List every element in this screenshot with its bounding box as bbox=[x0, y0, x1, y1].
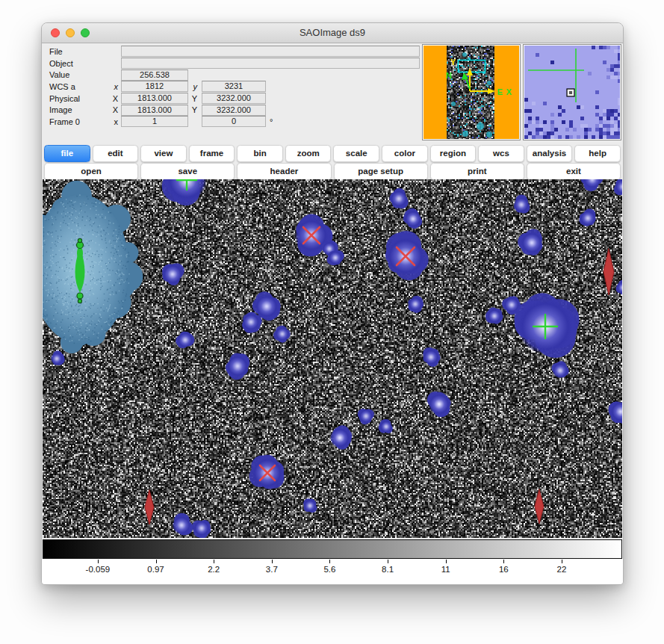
value-field: 256.538 bbox=[121, 69, 188, 81]
physical-x-key: X bbox=[109, 94, 118, 103]
colorbar-tick bbox=[562, 560, 562, 563]
info-panel: File Object Value 256.538 WCS a x bbox=[42, 43, 623, 144]
colorbar-tick bbox=[272, 560, 273, 563]
physical-label: Physical bbox=[49, 94, 109, 103]
minimize-button[interactable] bbox=[66, 28, 75, 37]
magnifier-box bbox=[523, 44, 621, 140]
value-label: Value bbox=[49, 70, 109, 79]
physical-y-field: 3232.000 bbox=[202, 93, 266, 104]
menu-button-bin[interactable]: bin bbox=[237, 145, 283, 162]
image-display bbox=[43, 179, 622, 538]
image-y-field: 3232.000 bbox=[202, 105, 266, 116]
titlebar[interactable]: SAOImage ds9 bbox=[42, 23, 623, 43]
menu-button-region[interactable]: region bbox=[430, 145, 477, 162]
menu-button-save[interactable]: save bbox=[140, 163, 235, 180]
colorbar-tick bbox=[388, 560, 388, 563]
close-button[interactable] bbox=[51, 28, 60, 37]
frame-label: Frame 0 bbox=[49, 117, 109, 126]
colorbar-tick-label: 3.7 bbox=[266, 565, 278, 574]
menu-button-zoom[interactable]: zoom bbox=[285, 145, 332, 162]
menu-button-edit[interactable]: edit bbox=[93, 145, 139, 162]
colorbar-tick-label: 11 bbox=[441, 565, 450, 574]
colorbar-tick-label: 0.97 bbox=[147, 565, 164, 574]
degree-suffix: ° bbox=[270, 117, 273, 126]
colorbar-tick-label: -0.059 bbox=[86, 565, 111, 574]
window-title: SAOImage ds9 bbox=[42, 23, 623, 43]
frame-x-key: x bbox=[109, 117, 118, 126]
file-label: File bbox=[49, 47, 109, 56]
colorbar-tick bbox=[329, 560, 330, 563]
menu-button-view[interactable]: view bbox=[140, 145, 187, 162]
colorbar-tick-label: 8.1 bbox=[382, 565, 394, 574]
menu-button-analysis[interactable]: analysis bbox=[527, 145, 573, 162]
menu-button-exit[interactable]: exit bbox=[527, 163, 621, 180]
panner-canvas[interactable] bbox=[423, 46, 519, 139]
object-field bbox=[121, 58, 420, 69]
ds9-window: SAOImage ds9 File Object Value 256.538 bbox=[41, 22, 624, 585]
menu-button-file[interactable]: file bbox=[44, 145, 90, 162]
traffic-lights bbox=[51, 28, 90, 37]
image-x-field: 1813.000 bbox=[121, 105, 188, 116]
menu-button-open[interactable]: open bbox=[44, 163, 138, 180]
image-y-key: Y bbox=[188, 105, 197, 114]
menu-button-page-setup[interactable]: page setup bbox=[334, 163, 428, 180]
file-action-bar: opensaveheaderpage setupprintexit bbox=[42, 163, 623, 180]
colorbar-tick bbox=[98, 560, 99, 563]
menu-button-scale[interactable]: scale bbox=[333, 145, 379, 162]
colorbar-tick bbox=[214, 560, 214, 563]
menu-button-help[interactable]: help bbox=[574, 145, 621, 162]
menu-button-color[interactable]: color bbox=[382, 145, 428, 162]
colorbar-tick-label: 22 bbox=[557, 565, 567, 574]
frame-zoom-field: 1 bbox=[121, 116, 188, 127]
menu-button-header[interactable]: header bbox=[237, 163, 331, 180]
object-label: Object bbox=[49, 59, 109, 68]
colorbar-tick-label: 5.6 bbox=[323, 565, 335, 574]
image-label: Image bbox=[49, 105, 109, 114]
magnifier-canvas[interactable] bbox=[524, 46, 620, 139]
menu-button-wcs[interactable]: wcs bbox=[478, 145, 524, 162]
menu-button-print[interactable]: print bbox=[430, 163, 524, 180]
sky-canvas[interactable] bbox=[43, 179, 622, 538]
wcs-y-key: y bbox=[188, 82, 197, 91]
colorbar-tick bbox=[446, 560, 447, 563]
wcs-x-key: x bbox=[109, 82, 118, 91]
wcs-y-field: 3231 bbox=[202, 81, 266, 92]
physical-y-key: Y bbox=[188, 94, 197, 103]
colorbar-tick bbox=[503, 560, 504, 563]
menu-button-frame[interactable]: frame bbox=[189, 145, 235, 162]
wcs-label: WCS a bbox=[49, 82, 109, 91]
colorbar-tick-label: 16 bbox=[499, 565, 509, 574]
colorbar[interactable] bbox=[43, 539, 622, 559]
colorbar-tick-label: 2.2 bbox=[208, 565, 220, 574]
desktop: SAOImage ds9 File Object Value 256.538 bbox=[0, 0, 664, 644]
panner-box bbox=[422, 44, 521, 140]
colorbar-scale: -0.0590.972.23.75.68.1111622 bbox=[42, 559, 623, 584]
image-x-key: X bbox=[109, 105, 118, 114]
physical-x-field: 1813.000 bbox=[121, 93, 188, 104]
colorbar-tick bbox=[156, 560, 157, 563]
file-field bbox=[121, 46, 420, 57]
zoom-window-button[interactable] bbox=[81, 28, 90, 37]
frame-rotate-field: 0 bbox=[202, 116, 266, 127]
wcs-x-field: 1812 bbox=[121, 81, 188, 92]
menu-bar: fileeditviewframebinzoomscalecolorregion… bbox=[42, 145, 623, 162]
